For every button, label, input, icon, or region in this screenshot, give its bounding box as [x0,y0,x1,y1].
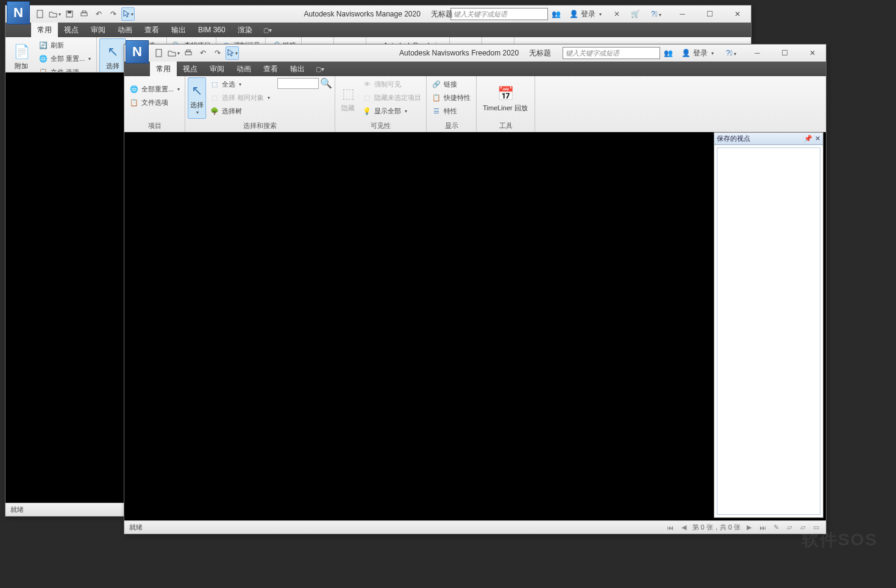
quick-find-input[interactable] [277,78,319,89]
tab-home[interactable]: 常用 [31,23,58,37]
close-button[interactable]: ✕ [724,7,751,21]
quick-props-button[interactable]: 📋快捷特性 [429,91,473,104]
status-text: 就绪 [10,505,24,514]
tab-animation[interactable]: 动画 [112,23,138,37]
tab-bim360[interactable]: BIM 360 [192,23,232,37]
help-icon[interactable]: ?⃝▾ [647,10,665,18]
show-all-button[interactable]: 💡显示全部▾ [360,104,424,118]
hide-unselected-button: ⬚隐藏未选定项目 [360,91,424,104]
sb-disk1-icon[interactable]: ▱ [784,523,794,532]
sheet-count: 第 0 张，共 0 张 [692,523,741,532]
tab-output[interactable]: 输出 [165,23,192,37]
app-icon[interactable]: N [126,40,149,63]
links-button[interactable]: 🔗链接 [429,77,473,91]
tab-review[interactable]: 审阅 [85,23,112,37]
minimize-button[interactable]: ─ [744,46,771,60]
svg-rect-7 [187,50,190,52]
tab-review[interactable]: 审阅 [204,62,230,76]
viewport-front[interactable]: ◎ ✋ ● ⊕ 👣 ↖ 保存的视点 📌✕ [124,132,826,520]
dock-body[interactable] [717,147,820,515]
reset-all-button[interactable]: 🌐全部重置...▾ [127,82,182,96]
infocenter-icon[interactable]: 👥 [552,10,561,18]
tab-extras[interactable]: ▢▾ [316,62,324,76]
tab-view[interactable]: 查看 [138,23,165,37]
infocenter-icon[interactable]: 👥 [664,49,673,57]
navisworks-freedom-window: N ▾ ↶ ↷ ▾ Autodesk Navisworks Freedom 20… [124,44,827,534]
redo-icon[interactable]: ↷ [211,46,224,60]
undo-icon[interactable]: ↶ [196,46,210,60]
open-icon[interactable]: ▾ [167,46,180,60]
doc-title: 无标题 [431,10,453,18]
select-cursor-icon[interactable]: ▾ [121,7,135,21]
open-icon[interactable]: ▾ [48,7,62,21]
sb-next-icon[interactable]: ▶ [744,523,754,532]
titlebar-back: N ▾ ↶ ↷ ▾ Autodesk Navisworks Manage 202… [5,5,751,23]
dock-title: 保存的视点 [717,134,750,143]
panel-title-display: 显示 [429,120,474,132]
file-options-button[interactable]: 📋文件 选项 [36,65,93,73]
redo-icon[interactable]: ↷ [107,7,120,21]
print-icon[interactable] [77,7,91,21]
tab-home[interactable]: 常用 [150,62,177,76]
pin-icon[interactable]: 📌 [804,135,812,143]
panel-title-tools: 工具 [479,120,532,132]
search-input[interactable]: 键入关键字或短语 [563,47,660,59]
minimize-button[interactable]: ─ [669,7,696,21]
svg-rect-2 [68,11,71,13]
tab-viewpoint[interactable]: 视点 [177,62,204,76]
cart-icon[interactable]: 🛒 [627,10,644,18]
panel-title-project: 项目 [127,120,182,132]
new-icon[interactable] [34,7,47,21]
reset-all-button[interactable]: 🌐全部 重置...▾ [36,52,93,65]
tab-render[interactable]: 渲染 [232,23,258,37]
ribbon-front: 🌐全部重置...▾ 📋文件选项 项目 ↖选择▾ ⬚全选▾ ⬚选择 相同对象▾ 🌳… [124,76,826,132]
select-cursor-icon[interactable]: ▾ [226,46,239,60]
tab-view[interactable]: 查看 [257,62,284,76]
search-input[interactable]: 键入关键字或短语 [450,8,548,20]
quick-access-toolbar: ▾ ↶ ↷ ▾ [152,46,239,60]
props-button[interactable]: ☰特性 [429,104,473,118]
hide-button[interactable]: ⬚隐藏 [338,77,358,119]
panel-title-visibility: 可见性 [338,120,424,132]
maximize-button[interactable]: ☐ [771,46,798,60]
tab-animation[interactable]: 动画 [230,62,257,76]
watermark: 软件SOS [802,528,878,551]
app-title: Autodesk Navisworks Freedom 2020 [399,49,519,57]
login-button[interactable]: 👤登录▾ [564,9,606,19]
file-options-button[interactable]: 📋文件选项 [127,96,182,109]
close-button[interactable]: ✕ [798,46,826,60]
svg-rect-6 [185,52,191,55]
select-button[interactable]: ↖选择▾ [188,77,206,119]
tab-output[interactable]: 输出 [284,62,311,76]
window-title: Autodesk Navisworks Freedom 2020 无标题 [399,48,551,58]
exchange-icon[interactable]: ✕ [610,10,624,18]
print-icon[interactable] [182,46,195,60]
tab-viewpoint[interactable]: 视点 [58,23,85,37]
help-icon[interactable]: ?⃝▾ [722,49,740,57]
undo-icon[interactable]: ↶ [92,7,105,21]
select-same-button: ⬚选择 相同对象▾ [207,91,272,104]
maximize-button[interactable]: ☐ [696,7,724,21]
app-icon[interactable]: N [7,1,30,24]
panel-title-select: 选择和搜索 [188,120,332,132]
select-button[interactable]: ↖选择▾ [99,38,126,73]
sb-prev-icon[interactable]: ◀ [679,523,689,532]
selection-tree-button[interactable]: 🌳选择树 [207,104,272,118]
close-panel-icon[interactable]: ✕ [815,135,820,143]
append-button[interactable]: 📄附加▾ [8,38,35,73]
saved-viewpoints-panel: 保存的视点 📌✕ [714,132,823,518]
sb-first-icon[interactable]: ⏮ [666,523,675,532]
save-icon[interactable] [63,7,76,21]
new-icon[interactable] [152,46,166,60]
timeliner-button[interactable]: 📅TimeLiner 回放 [479,77,532,119]
refresh-button[interactable]: 🔄刷新 [36,38,93,52]
sb-last-icon[interactable]: ⏭ [758,523,767,532]
dock-header[interactable]: 保存的视点 📌✕ [714,133,823,145]
ribbon-tabs-back: 常用 视点 审阅 动画 查看 输出 BIM 360 渲染 ▢▾ [5,23,751,37]
select-all-button[interactable]: ⬚全选▾ [207,77,272,91]
login-button[interactable]: 👤登录▾ [677,48,719,58]
sb-pencil-icon[interactable]: ✎ [771,523,781,532]
tab-extras[interactable]: ▢▾ [263,23,272,37]
statusbar-front: 就绪 ⏮ ◀ 第 0 张，共 0 张 ▶ ⏭ ✎ ▱ ▱ ▭ [124,520,826,534]
ribbon-tabs-front: 常用 视点 审阅 动画 查看 输出 ▢▾ [124,62,826,76]
